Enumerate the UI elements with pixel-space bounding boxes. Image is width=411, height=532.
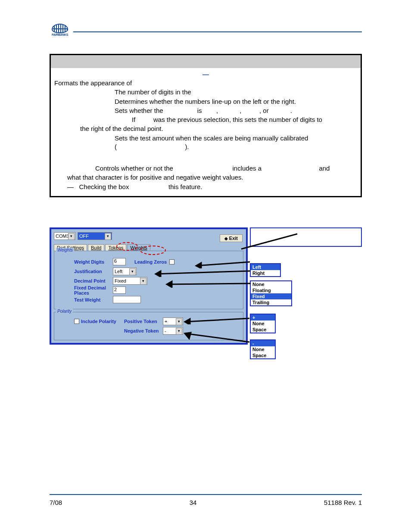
desc-text: If was the previous selection, this sets… [54, 115, 357, 124]
arrow-icon [192, 260, 252, 268]
weight-digits-input[interactable]: 6 [113, 258, 126, 265]
description-title-bar [51, 55, 361, 68]
svg-line-8 [185, 333, 249, 342]
weights-legend: Weights [56, 248, 74, 252]
label-include-polarity: Include Polarity [81, 319, 124, 324]
exit-icon: ◆ [224, 236, 228, 241]
decimal-options: None Floating Fixed Trailing [250, 280, 292, 306]
page-footer: 7/08 34 51188 Rev. 1 [50, 499, 362, 506]
label-fixed-decimal: Fixed Decimal Places [57, 285, 113, 296]
svg-marker-7 [185, 319, 190, 324]
section-heading: — [54, 71, 357, 78]
label-negative-token: Negative Token [124, 328, 163, 333]
positive-token-options: + None Space [250, 314, 276, 333]
mode-select[interactable]: OFF [78, 232, 112, 240]
label-justification: Justification [57, 269, 113, 274]
label-test-weight: Test Weight [57, 297, 113, 302]
desc-text: — Checking the box this feature. [54, 183, 357, 191]
highlight-oval [116, 242, 138, 251]
label-decimal-point: Decimal Point [57, 278, 113, 283]
svg-line-4 [167, 283, 251, 284]
footer-date: 7/08 [50, 499, 62, 506]
svg-marker-5 [167, 281, 172, 287]
header-rule [73, 31, 362, 32]
desc-text: the right of the decimal point. [54, 124, 357, 133]
footer-rule [50, 494, 362, 495]
description-box: — Formats the appearance of The number o… [50, 54, 362, 197]
label-positive-token: Positive Token [124, 319, 163, 324]
arrow-icon [162, 279, 253, 288]
polarity-legend: Polarity [56, 309, 73, 314]
svg-line-0 [196, 262, 250, 266]
desc-text: The number of digits in the [54, 88, 357, 96]
footer-page-number: 34 [190, 499, 197, 506]
include-polarity-checkbox[interactable] [74, 319, 79, 324]
negative-token-options: - None Space [250, 339, 276, 359]
label-weight-digits: Weight Digits [57, 259, 113, 264]
desc-text: Determines whether the numbers line-up o… [54, 97, 357, 106]
label-leading-zeros: Leading Zeros [134, 259, 167, 264]
fairbanks-logo: FAIRBANKS [49, 24, 71, 41]
desc-text: Sets whether the is , , , or . [54, 106, 357, 115]
highlight-oval [140, 246, 166, 255]
decimal-point-select[interactable]: Fixed [113, 277, 147, 285]
com-port-select[interactable]: COM1 [54, 232, 75, 240]
svg-marker-9 [185, 333, 191, 339]
desc-text: Formats the appearance of [54, 79, 357, 87]
positive-token-select[interactable]: + [163, 317, 183, 325]
desc-text: Controls whether or not the includes a a… [54, 164, 357, 173]
test-weight-input[interactable] [113, 296, 141, 303]
arrow-icon [151, 269, 252, 277]
svg-line-10 [241, 234, 297, 249]
fixed-decimal-input[interactable]: 2 [113, 286, 126, 294]
justification-options: Left Right [250, 263, 281, 277]
negative-token-select[interactable]: - [163, 327, 183, 335]
svg-line-6 [185, 318, 249, 322]
footer-doc-id: 51188 Rev. 1 [324, 499, 362, 506]
svg-marker-3 [156, 271, 161, 277]
desc-text: Sets the test amount when the scales are… [54, 134, 357, 152]
justification-select[interactable]: Left [113, 268, 137, 275]
tab-build[interactable]: Build [88, 244, 104, 251]
arrow-icon [181, 331, 252, 344]
arrow-icon [239, 232, 299, 251]
page-header: FAIRBANKS [50, 24, 362, 45]
svg-line-2 [156, 271, 250, 274]
svg-marker-1 [196, 263, 201, 268]
desc-text: what that character is for positive and … [54, 173, 357, 182]
leading-zeros-checkbox[interactable] [169, 259, 174, 264]
arrow-icon [181, 316, 252, 324]
